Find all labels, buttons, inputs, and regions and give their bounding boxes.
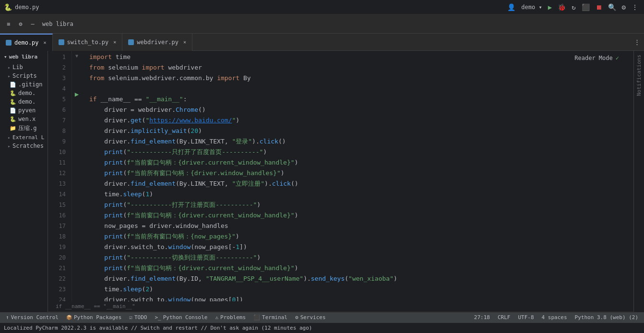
profile-icon[interactable]: 👤 — [505, 2, 517, 12]
fn-print-12: print — [104, 168, 123, 178]
profiler-icon[interactable]: ⬛ — [580, 2, 592, 12]
code-indent-7: driver. — [89, 115, 131, 126]
python-packages-btn[interactable]: 📦 Python Packages — [62, 312, 125, 323]
kw-from-2: from — [89, 62, 104, 73]
sidebar-item-scratches[interactable]: ▸ Scratches — [0, 142, 48, 150]
sidebar-item-scripts[interactable]: ▸ Scripts — [0, 71, 48, 80]
code-line-11: print(f"当前窗口句柄：{driver.current_window_ha… — [89, 157, 633, 168]
sidebar-item-external[interactable]: ▸ External L — [0, 133, 48, 142]
toolbar-project-label: web libra — [42, 21, 73, 27]
settings-icon[interactable]: ⚙ — [620, 2, 628, 12]
debug-icon[interactable]: 🐞 — [556, 2, 568, 12]
sidebar-item-demo2[interactable]: 🐍 demo. — [0, 97, 48, 106]
position-label: 27:18 — [474, 314, 490, 321]
code-text-18a: ( — [123, 231, 127, 242]
fn-print-15: print — [104, 200, 123, 210]
ln-14: 14 — [48, 189, 66, 200]
code-line-23: time.sleep(2) — [89, 284, 633, 295]
version-control-icon: ↑ — [6, 314, 9, 321]
num-14: 1 — [145, 189, 149, 200]
code-editor[interactable]: 1 2 3 4 5 6 7 8 9 10 11 12 13 14 15 16 1… — [48, 51, 633, 301]
code-indent-23: time. — [89, 284, 123, 295]
run-config-label[interactable]: demo ▾ — [519, 3, 544, 12]
sidebar-project-header[interactable]: ▾ web libra — [0, 51, 48, 63]
code-text-15a: ( — [123, 200, 127, 210]
python-console-label: Python Console — [163, 314, 208, 321]
python-console-btn[interactable]: >_ Python Console — [151, 312, 211, 323]
tab-switch-to[interactable]: switch_to.py ✕ — [53, 34, 123, 51]
code-indent-10 — [89, 147, 104, 157]
ln-22: 22 — [48, 274, 66, 284]
todo-icon: ☑ — [129, 314, 132, 321]
code-line-14: time.sleep(1) — [89, 189, 633, 200]
code-line-7: driver.get("https://www.baidu.com/") — [89, 115, 633, 126]
encoding-btn[interactable]: UTF-8 — [514, 312, 537, 323]
sidebar-item-gitignore[interactable]: 📄 .gitign — [0, 80, 48, 89]
sidebar-item-label-wen: wen.x — [18, 116, 36, 122]
notifications-label: Notifications — [636, 55, 642, 96]
tab-close-switch[interactable]: ✕ — [113, 39, 116, 45]
terminal-btn[interactable]: ⬛ Terminal — [250, 312, 291, 323]
code-text-12a: ( — [123, 168, 127, 178]
tab-close-demo[interactable]: ✕ — [44, 40, 47, 45]
app-logo-icon: 🐍 — [4, 3, 12, 11]
str-url-7: " — [145, 115, 149, 126]
python-version-btn[interactable]: Python 3.8 (web) (2) — [571, 312, 642, 323]
services-btn[interactable]: ⚙ Services — [291, 312, 330, 323]
stop-icon[interactable]: ⏹ — [594, 2, 604, 12]
run-indicator-icon[interactable]: ▶ — [75, 90, 79, 98]
code-text-2b: webdriver — [165, 62, 202, 73]
settings-btn[interactable]: ⚙ — [16, 19, 25, 29]
code-text-16b: ) — [295, 210, 298, 221]
ln-18: 18 — [48, 231, 66, 242]
main-area: ▾ web libra ▸ Lib ▸ Scripts 📄 .gitign 🐍 … — [0, 51, 644, 312]
ln-4: 4 — [48, 83, 66, 94]
search-everywhere-icon[interactable]: 🔍 — [606, 2, 618, 12]
code-text-13b: ). — [264, 178, 272, 189]
sidebar-item-pyvenv[interactable]: 📄 pyven — [0, 106, 48, 115]
code-text-22a: (By.ID, — [176, 274, 206, 284]
tab-webdriver[interactable]: webdriver.py ✕ — [122, 34, 192, 51]
fn-window-24: window — [168, 295, 191, 301]
code-indent-11 — [89, 157, 104, 168]
position-btn[interactable]: 27:18 — [470, 312, 494, 323]
tab-demo[interactable]: demo.py ✕ — [0, 34, 53, 51]
code-indent-8: driver. — [89, 126, 131, 136]
ln-3: 3 — [48, 73, 66, 83]
code-text-21b: ) — [295, 263, 298, 274]
sidebar-item-demo1[interactable]: 🐍 demo. — [0, 89, 48, 97]
code-content[interactable]: import time from selenium import webdriv… — [82, 51, 633, 301]
coverage-icon[interactable]: ↻ — [570, 2, 577, 12]
gutter-5[interactable]: ▶ — [75, 89, 79, 99]
services-label: Services — [300, 314, 326, 321]
code-text-12b: ) — [281, 168, 285, 178]
code-text-11a: ( — [123, 157, 127, 168]
fn-print-18: print — [104, 231, 123, 242]
minimize-btn[interactable]: — — [28, 19, 37, 29]
fn-sendkeys-22: send_keys — [311, 274, 345, 284]
fn-print-21: print — [104, 263, 123, 274]
tabs-overflow-btn[interactable]: ⋮ — [630, 38, 644, 46]
sidebar-item-zip[interactable]: 📁 压缩.g — [0, 123, 48, 133]
tabs-bar: demo.py ✕ switch_to.py ✕ webdriver.py ✕ … — [0, 34, 644, 51]
code-text-10b: ) — [263, 147, 267, 157]
str-16: f"当前窗口句柄：{driver.current_window_handle}" — [127, 210, 294, 221]
tab-close-webdriver[interactable]: ✕ — [183, 39, 186, 45]
sidebar-item-label-scripts: Scripts — [12, 72, 37, 79]
indent-btn[interactable]: 4 spaces — [538, 312, 571, 323]
sidebar-item-wen[interactable]: 🐍 wen.x — [0, 115, 48, 123]
run-icon[interactable]: ▶ — [546, 2, 554, 12]
code-text-22c: ( — [345, 274, 348, 284]
code-text-13a: (By.LINK_TEXT, — [176, 178, 232, 189]
file-icon-demo2: 🐍 — [10, 99, 16, 105]
version-control-btn[interactable]: ↑ Version Control — [2, 312, 62, 323]
ln-1: 1 — [48, 52, 66, 62]
code-text-21a: ( — [123, 263, 127, 274]
hamburger-icon[interactable]: ≡ — [4, 19, 13, 29]
toolbar: ≡ ⚙ — web libra — [0, 14, 644, 34]
line-ending-btn[interactable]: CRLF — [494, 312, 514, 323]
sidebar-item-lib[interactable]: ▸ Lib — [0, 63, 48, 71]
problems-btn[interactable]: ⚠ Problems — [211, 312, 250, 323]
more-actions-icon[interactable]: ⋮ — [630, 2, 640, 12]
todo-btn[interactable]: ☑ TODO — [125, 312, 151, 323]
